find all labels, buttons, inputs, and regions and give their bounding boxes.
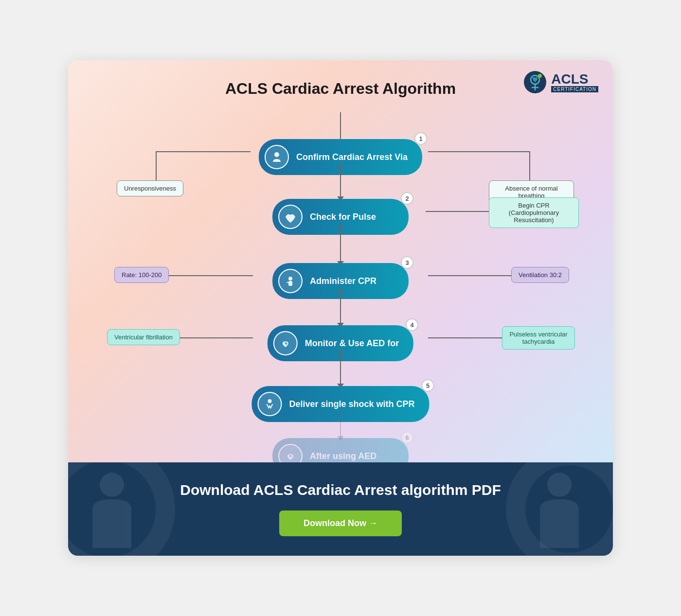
vline-1-2 [340,163,341,197]
svg-rect-7 [288,281,292,286]
unresponsiveness-box: Unresponsiveness [117,180,183,196]
vline-1-right-down [529,151,530,180]
step-5-icon [257,392,282,416]
begin-cpr-box: Begin CPR(Cardiopulmonary Resuscitation) [489,197,579,228]
step-3-right-box: Ventilation 30:2 [511,267,569,283]
rate-box: Rate: 100-200 [114,267,169,283]
step-3-icon [278,269,303,293]
step-4-right-box: Pulseless ventricular tachycardia [502,326,575,350]
svg-point-4 [538,74,542,78]
flowchart: Confirm Cardiac Arrest Via 1 Unresponsiv… [88,112,593,453]
svg-point-12 [100,473,124,497]
step-6-number: 6 [401,431,413,444]
download-section: Download ACLS Cardiac Arrest algorithm P… [68,462,613,556]
hline-3-left [156,275,253,276]
deco-right [530,470,589,548]
hline-1-left [156,151,251,152]
pulseless-vt-box: Pulseless ventricular tachycardia [502,326,575,350]
diagram-area: ACLS CERTIFICATION ACLS Cardiac Arrest A… [68,60,613,462]
vline-1-left-down [156,151,157,180]
logo-acls-text: ACLS [551,72,598,86]
logo: ACLS CERTIFICATION [523,70,598,94]
step-1-icon [265,145,289,169]
step-4-label: Monitor & Use AED for [305,338,399,349]
step-2-label: Check for Pulse [310,212,376,222]
step-1-label: Confirm Cardiac Arrest Via [296,152,408,162]
svg-point-10 [268,399,271,403]
vline-3-4 [340,287,341,324]
main-card: ACLS CERTIFICATION ACLS Cardiac Arrest A… [68,60,613,556]
step-4-number: 4 [406,318,418,331]
svg-point-5 [274,152,279,157]
step-3-left-box: Rate: 100-200 [114,267,169,283]
download-title: Download ACLS Cardiac Arrest algorithm P… [88,482,593,498]
step-2-number: 2 [401,192,413,205]
vline-4-5 [340,350,341,385]
step-6-label: After using AED [310,451,376,461]
svg-rect-8 [287,282,289,283]
step-1-number: 1 [414,132,427,145]
step-1-left-box: Unresponsiveness [117,180,183,196]
step-4-icon [273,331,298,355]
step-4-left-box: Ventricular fibrillation [107,329,180,345]
step-3-label: Administer CPR [310,276,376,286]
logo-cert-text: CERTIFICATION [551,86,598,92]
vline-0 [340,112,341,141]
step-5-label: Deliver single shock with CPR [289,399,414,409]
svg-point-13 [547,473,572,497]
step-2-icon [278,205,303,229]
vline-2-3 [340,223,341,262]
step-2-right-box: Begin CPR(Cardiopulmonary Resuscitation) [489,197,579,228]
deco-left [83,470,141,548]
logo-icon [523,70,547,94]
vline-5-6 [340,410,341,437]
ventilation-box: Ventilation 30:2 [511,267,569,283]
logo-text: ACLS CERTIFICATION [551,72,598,92]
ventricular-fib-box: Ventricular fibrillation [107,329,180,345]
step-5-number: 5 [422,379,434,392]
svg-point-6 [288,277,292,281]
hline-1-right [428,151,530,152]
download-button[interactable]: Download Now → [279,510,402,536]
step-3-number: 3 [401,256,413,269]
main-title: ACLS Cardiac Arrest Algorithm [88,80,593,98]
